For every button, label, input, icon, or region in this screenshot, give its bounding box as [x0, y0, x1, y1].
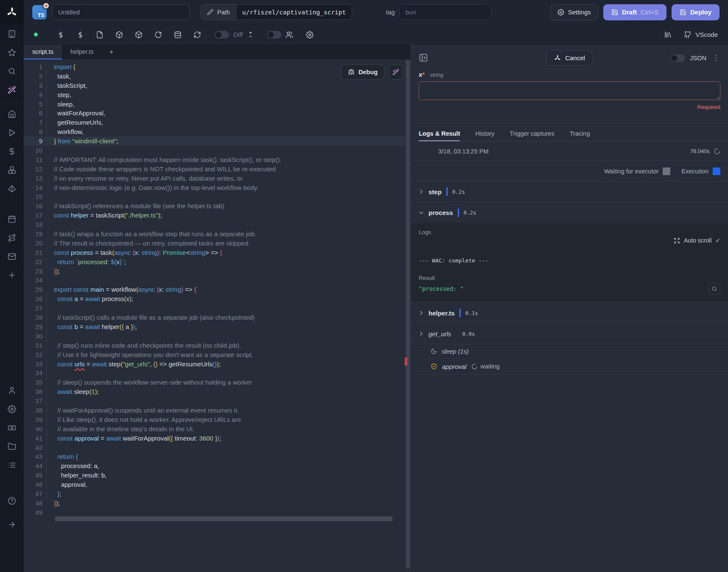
code-line[interactable]: 3 taskScript, [24, 81, 411, 90]
code-line[interactable]: 39 // Like sleep(), it does not hold a w… [24, 415, 411, 424]
code-line[interactable]: 26 const a = await process(x); [24, 294, 411, 304]
kebab-menu-icon[interactable]: ⋮ [711, 53, 720, 62]
code-line[interactable]: 45 helper_result: b, [24, 471, 411, 480]
code-line[interactable]: 48}); [24, 499, 411, 508]
code-line[interactable]: 44 processed: a, [24, 461, 411, 471]
database-icon[interactable] [168, 31, 188, 39]
editor-settings-icon[interactable] [300, 31, 319, 39]
variables-icon[interactable] [0, 142, 24, 161]
code-line[interactable]: 15 [24, 192, 411, 201]
code-line[interactable]: 30 [24, 332, 411, 341]
code-line[interactable]: 14// non-deterministic logic (e.g. Date.… [24, 183, 411, 193]
settings-button[interactable]: Settings [550, 4, 598, 20]
timeline-row-helper[interactable]: helper.ts 0.1s [411, 303, 728, 324]
collapse-panel-icon[interactable] [419, 53, 429, 63]
help-icon[interactable] [0, 491, 24, 510]
timeline-row-approval[interactable]: approval waiting [411, 359, 728, 374]
path-value[interactable]: u/rfiszel/captivating_script [236, 5, 352, 20]
code-line[interactable]: 27 [24, 304, 411, 313]
workers-icon[interactable] [0, 419, 24, 437]
code-line[interactable]: 33 const urls = await step("get_urls", (… [24, 360, 411, 369]
code-line[interactable]: 36 await sleep(1); [24, 387, 411, 396]
vertical-scrollbar[interactable] [405, 59, 411, 572]
expand-icon[interactable] [674, 237, 680, 244]
code-line[interactable]: 6 waitForApproval, [24, 109, 411, 118]
code-line[interactable]: 37 [24, 396, 411, 406]
audit-logs-icon[interactable] [0, 456, 24, 474]
workspace-icon[interactable] [0, 25, 24, 43]
variables-picker-icon[interactable]: $ [51, 31, 70, 39]
triggers-icon[interactable] [0, 229, 24, 247]
code-line[interactable]: 20// The result is checkpointed — on ret… [24, 239, 411, 248]
code-line[interactable]: 21const process = task(async (x: string)… [24, 248, 411, 257]
windmill-logo[interactable] [0, 0, 24, 25]
code-line[interactable]: 38 // waitForApproval() suspends until a… [24, 406, 411, 415]
code-line[interactable]: 31 // step() runs inline code and checkp… [24, 341, 411, 350]
code-line[interactable]: 12// Code outside these wrappers is NOT … [24, 165, 411, 174]
resources-picker-icon[interactable]: $ [70, 31, 90, 39]
new-tab-button[interactable]: + [102, 45, 121, 59]
json-toggle[interactable] [670, 54, 685, 62]
timeline-row-sleep[interactable]: sleep (1s) [411, 344, 728, 359]
expand-sidebar-icon[interactable] [0, 515, 24, 534]
settings-gear-icon[interactable] [0, 400, 24, 419]
file-icon[interactable] [90, 31, 109, 39]
code-line[interactable]: 35 // sleep() suspends the workflow serv… [24, 378, 411, 387]
code-line[interactable]: 49 [24, 508, 411, 517]
assets-icon[interactable] [0, 179, 24, 198]
code-editor[interactable]: 1import {2 task,3 taskScript,4 step,5 sl… [24, 59, 411, 572]
auto-scroll-control[interactable]: Auto scroll ✓ [419, 237, 720, 244]
code-line[interactable]: 25export const main = workflow(async (x:… [24, 285, 411, 294]
code-line[interactable]: 43 return { [24, 452, 411, 461]
code-line[interactable]: 41 const approval = await waitForApprova… [24, 434, 411, 443]
runs-icon[interactable] [0, 123, 24, 142]
favorites-icon[interactable] [0, 43, 24, 62]
deploy-button[interactable]: Deploy [672, 4, 720, 20]
tab-history[interactable]: History [475, 126, 494, 141]
mail-icon[interactable] [0, 247, 24, 266]
code-line[interactable]: 32 // Use it for lightweight operations … [24, 350, 411, 360]
horizontal-scrollbar[interactable] [55, 516, 411, 521]
code-line[interactable]: 40 // available in the timeline step's d… [24, 424, 411, 434]
code-line[interactable]: 42 [24, 443, 411, 452]
code-line[interactable]: 47 }; [24, 489, 411, 499]
cancel-run-button[interactable]: Cancel [546, 50, 593, 66]
refresh-icon[interactable] [188, 31, 207, 39]
code-line[interactable]: 10 [24, 146, 411, 155]
code-line[interactable]: 19// task() wraps a function as a workfl… [24, 229, 411, 239]
library-icon[interactable] [664, 31, 672, 39]
code-line[interactable]: 16// taskScript() references a module fi… [24, 201, 411, 211]
resources-icon[interactable] [0, 161, 24, 179]
arg-x-input[interactable] [419, 81, 720, 100]
user-icon[interactable] [0, 381, 24, 400]
path-edit[interactable]: Path [201, 5, 236, 20]
multiplayer-toggle[interactable] [267, 31, 281, 39]
script-title-input[interactable] [52, 4, 190, 20]
schedules-icon[interactable] [0, 210, 24, 229]
ai-assistant-button[interactable] [389, 64, 403, 80]
code-line[interactable]: 4 step, [24, 90, 411, 100]
code-line[interactable]: 9} from "windmill-client"; [24, 137, 411, 146]
code-line[interactable]: 29 const b = await helper({ a }); [24, 322, 411, 332]
folders-icon[interactable] [0, 437, 24, 456]
tag-input[interactable] [399, 4, 492, 20]
tab-tracing[interactable]: Tracing [570, 126, 590, 141]
code-line[interactable]: 22 return `processed: ${x}`; [24, 257, 411, 267]
code-line[interactable]: 24 [24, 276, 411, 285]
code-line[interactable]: 17const helper = taskScript("./helper.ts… [24, 211, 411, 220]
code-line[interactable]: 28 // taskScript() calls a module file a… [24, 313, 411, 322]
diff-toggle[interactable] [215, 31, 229, 39]
code-line[interactable]: 46 approval, [24, 480, 411, 489]
package-icon[interactable] [109, 31, 129, 39]
add-icon[interactable] [0, 266, 24, 285]
inspect-result-button[interactable] [708, 283, 720, 295]
ai-wand-icon[interactable] [0, 81, 24, 99]
rotate-icon[interactable] [148, 31, 168, 39]
home-icon[interactable] [0, 105, 24, 123]
package-icon-2[interactable] [129, 31, 148, 39]
code-line[interactable]: 18 [24, 220, 411, 229]
tab-helper-ts[interactable]: helper.ts [62, 45, 102, 59]
debug-button[interactable]: Debug [341, 64, 384, 80]
tab-logs-result[interactable]: Logs & Result [419, 126, 460, 141]
tab-script-ts[interactable]: script.ts [24, 45, 62, 59]
